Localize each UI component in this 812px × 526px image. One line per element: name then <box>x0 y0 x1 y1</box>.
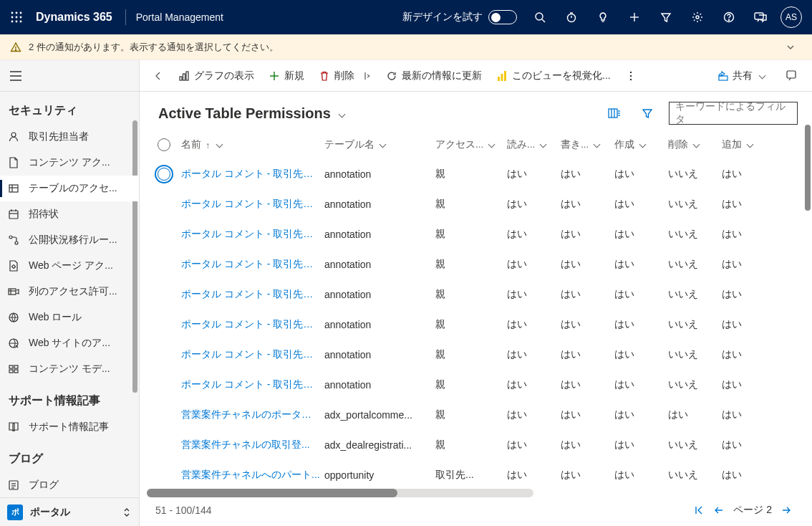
cell-name[interactable]: ポータル コメント - 取引先担... <box>181 258 324 271</box>
brand-label[interactable]: Dynamics 365 <box>33 11 115 24</box>
keyword-filter-input[interactable]: キーワードによるフィルタ <box>669 102 798 125</box>
lightbulb-button[interactable] <box>587 0 619 34</box>
table-row[interactable]: 営業案件チャネルの取引登... adx_dealregistrati... 親 … <box>140 430 812 460</box>
pager-next[interactable] <box>776 500 796 520</box>
filter-button[interactable] <box>650 0 682 34</box>
new-design-toggle[interactable]: 新デザインを試す <box>395 0 524 34</box>
sidebar-item[interactable]: 取引先担当者 <box>0 124 139 150</box>
cell-name[interactable]: ポータル コメント - 取引先担... <box>181 168 324 181</box>
row-select[interactable] <box>147 168 181 181</box>
cell-name[interactable]: ポータル コメント - 取引先担... <box>181 348 324 361</box>
sidebar-item[interactable]: Web ページ アク... <box>0 253 139 279</box>
sidebar-item[interactable]: ブログ <box>0 472 139 497</box>
split-chevron-icon[interactable] <box>364 72 372 80</box>
sidebar-item-label: 招待状 <box>29 208 59 221</box>
pager-prev[interactable] <box>709 500 729 520</box>
svg-point-7 <box>16 21 18 23</box>
select-all[interactable] <box>147 138 181 151</box>
sidebar-item[interactable]: サポート情報記事 <box>0 414 139 440</box>
col-table[interactable]: テーブル名 <box>324 138 435 151</box>
cell-delete: いいえ <box>668 348 722 361</box>
cell-name[interactable]: 営業案件チャネルの取引登... <box>181 439 324 451</box>
sidebar-item[interactable]: テーブルのアクセ... <box>0 176 139 201</box>
sidebar-item[interactable]: コンテンツ モデ... <box>0 356 139 382</box>
col-name[interactable]: 名前 <box>181 138 324 151</box>
sidebar-toggle[interactable] <box>0 60 139 92</box>
vertical-scrollbar[interactable] <box>805 125 811 211</box>
col-delete[interactable]: 削除 <box>668 138 722 151</box>
scroll-thumb[interactable] <box>805 125 811 211</box>
filter-view-button[interactable] <box>636 102 659 125</box>
pager-first[interactable] <box>689 500 709 520</box>
chat-button[interactable] <box>745 0 776 34</box>
add-button[interactable] <box>619 0 650 34</box>
sidebar-item[interactable]: 招待状 <box>0 201 139 227</box>
col-access[interactable]: アクセス... <box>435 138 507 151</box>
new-button[interactable]: 新規 <box>261 60 311 92</box>
sidebar-item[interactable]: コンテンツ アク... <box>0 150 139 176</box>
table-row[interactable]: ポータル コメント - 取引先担... annotation 親 はい はい は… <box>140 310 812 340</box>
powerbi-icon <box>498 71 506 81</box>
svg-rect-37 <box>9 289 16 295</box>
pager-page: ページ 2 <box>729 504 776 517</box>
help-button[interactable] <box>713 0 745 34</box>
sidebar-item[interactable]: Web サイトのア... <box>0 330 139 356</box>
share-button[interactable]: 共有 <box>710 70 773 82</box>
cell-append: はい <box>722 168 765 181</box>
table-row[interactable]: ポータル コメント - 取引先担... annotation 親 はい はい は… <box>140 279 812 310</box>
delete-button[interactable]: 削除 <box>311 60 379 92</box>
cell-name[interactable]: ポータル コメント - 取引先担... <box>181 318 324 331</box>
chevron-down-icon[interactable] <box>786 43 795 52</box>
funnel-icon <box>642 107 653 119</box>
sidebar-item-label: テーブルのアクセ... <box>29 182 117 195</box>
app-title[interactable]: Portal Management <box>136 11 223 23</box>
table-row[interactable]: ポータル コメント - 取引先担... annotation 親 はい はい は… <box>140 340 812 370</box>
table-row[interactable]: ポータル コメント - 取引先担... annotation 親 はい はい は… <box>140 249 812 279</box>
cell-name[interactable]: ポータル コメント - 取引先担... <box>181 288 324 301</box>
sidebar-item[interactable]: 公開状況移行ルー... <box>0 227 139 253</box>
table-row[interactable]: ポータル コメント - 取引先担... annotation 親 はい はい は… <box>140 219 812 249</box>
edit-columns-button[interactable] <box>603 102 626 125</box>
cell-table: annotation <box>324 379 435 391</box>
col-read[interactable]: 読み... <box>507 138 561 151</box>
overflow-button[interactable] <box>618 60 644 92</box>
cell-name[interactable]: ポータル コメント - 取引先担... <box>181 198 324 211</box>
table-row[interactable]: ポータル コメント - 取引先担... annotation 親 はい はい は… <box>140 370 812 400</box>
col-append[interactable]: 追加 <box>722 138 765 151</box>
cell-access: 親 <box>435 198 507 211</box>
search-button[interactable] <box>524 0 556 34</box>
cell-name[interactable]: 営業案件チャネルのポータル ... <box>181 408 324 421</box>
user-avatar[interactable]: AS <box>780 6 802 28</box>
col-write[interactable]: 書き... <box>561 138 614 151</box>
sidebar-item[interactable]: 列のアクセス許可... <box>0 279 139 305</box>
timer-button[interactable] <box>556 0 587 34</box>
col-create[interactable]: 作成 <box>614 138 668 151</box>
sidebar-item-label: ブログ <box>29 479 59 492</box>
show-chart-button[interactable]: グラフの表示 <box>171 60 261 92</box>
cell-write: はい <box>561 378 614 391</box>
cell-access: 親 <box>435 228 507 241</box>
table-row[interactable]: ポータル コメント - 取引先担... annotation 親 はい はい は… <box>140 189 812 219</box>
table-row[interactable]: 営業案件チャネルへのパート... opportunity 取引先... はい は… <box>140 460 812 490</box>
brand-separator <box>125 9 126 25</box>
toggle-icon <box>488 10 517 24</box>
table-row[interactable]: 営業案件チャネルのポータル ... adx_portalcomme... 親 は… <box>140 400 812 430</box>
notification-bar[interactable]: 2 件の通知があります。表示する通知を選択してください。 <box>0 34 812 60</box>
cell-name[interactable]: ポータル コメント - 取引先担... <box>181 378 324 391</box>
svg-point-59 <box>629 71 631 72</box>
copilot-button[interactable] <box>779 60 806 92</box>
view-title-selector[interactable]: Active Table Permissions <box>158 105 344 122</box>
settings-button[interactable] <box>682 0 713 34</box>
back-button[interactable] <box>145 60 171 92</box>
cell-name[interactable]: 営業案件チャネルへのパート... <box>181 469 324 482</box>
svg-rect-52 <box>186 72 188 80</box>
cell-read: はい <box>507 198 561 211</box>
refresh-button[interactable]: 最新の情報に更新 <box>379 60 489 92</box>
cell-name[interactable]: ポータル コメント - 取引先担... <box>181 228 324 241</box>
app-launcher[interactable] <box>0 11 33 23</box>
cell-write: はい <box>561 168 614 181</box>
sidebar-area-switcher[interactable]: ポ ポータル <box>0 497 139 526</box>
visualize-button[interactable]: このビューを視覚化... <box>489 60 618 92</box>
sidebar-item[interactable]: Web ロール <box>0 305 139 330</box>
table-row[interactable]: ポータル コメント - 取引先担... annotation 親 はい はい は… <box>140 159 812 189</box>
